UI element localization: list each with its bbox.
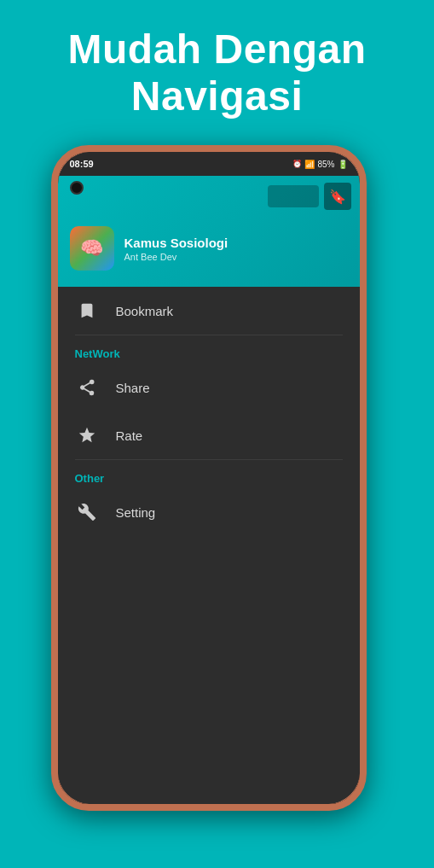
share-label: Share [116, 381, 150, 395]
signal-icon: 📶 [304, 160, 315, 169]
app-developer: Ant Bee Dev [124, 252, 348, 262]
status-time: 08:59 [70, 159, 94, 169]
camera-dot [70, 181, 84, 195]
bookmark-icon [75, 299, 99, 323]
app-icon: 🧠 [70, 226, 114, 271]
star-icon [75, 423, 99, 447]
bookmark-label: Bookmark [116, 304, 174, 318]
header-top: 🔖 [58, 176, 360, 210]
menu-item-share[interactable]: Share [58, 364, 360, 411]
phone-mockup: 08:59 ⏰ 📶 85% 🔋 🔖 [51, 145, 367, 811]
share-icon [75, 376, 99, 399]
status-icons: ⏰ 📶 85% 🔋 [292, 160, 347, 169]
drawer-menu: Bookmark NetWork Share [58, 287, 360, 804]
search-button[interactable] [268, 185, 319, 207]
app-name: Kamus Sosiologi [124, 236, 348, 250]
app-info: Kamus Sosiologi Ant Bee Dev [124, 236, 348, 262]
bookmark-header-button[interactable]: 🔖 [324, 183, 351, 210]
bookmark-header-icon: 🔖 [329, 189, 346, 205]
menu-item-setting[interactable]: Setting [58, 488, 360, 536]
battery-text: 85% [317, 160, 334, 169]
menu-item-rate[interactable]: Rate [58, 411, 360, 459]
app-header: 🔖 🧠 Kamus Sosiologi Ant Bee Dev [58, 176, 360, 287]
page-title-area: Mudah Dengan Navigasi [51, 0, 384, 137]
phone-screen: 08:59 ⏰ 📶 85% 🔋 🔖 [58, 152, 360, 804]
battery-icon: 🔋 [338, 160, 348, 169]
page-title: Mudah Dengan Navigasi [68, 26, 367, 119]
status-bar: 08:59 ⏰ 📶 85% 🔋 [58, 152, 360, 176]
setting-label: Setting [116, 505, 156, 520]
header-content: 🧠 Kamus Sosiologi Ant Bee Dev [58, 210, 360, 287]
wrench-icon [75, 500, 99, 524]
page-background: Mudah Dengan Navigasi 08:59 ⏰ 📶 85% 🔋 [51, 0, 384, 811]
rate-label: Rate [116, 428, 143, 443]
menu-item-bookmark[interactable]: Bookmark [58, 287, 360, 335]
phone-frame: 08:59 ⏰ 📶 85% 🔋 🔖 [51, 145, 367, 811]
network-section-header: NetWork [58, 335, 360, 364]
other-section-header: Other [58, 460, 360, 488]
alarm-icon: ⏰ [292, 160, 302, 168]
